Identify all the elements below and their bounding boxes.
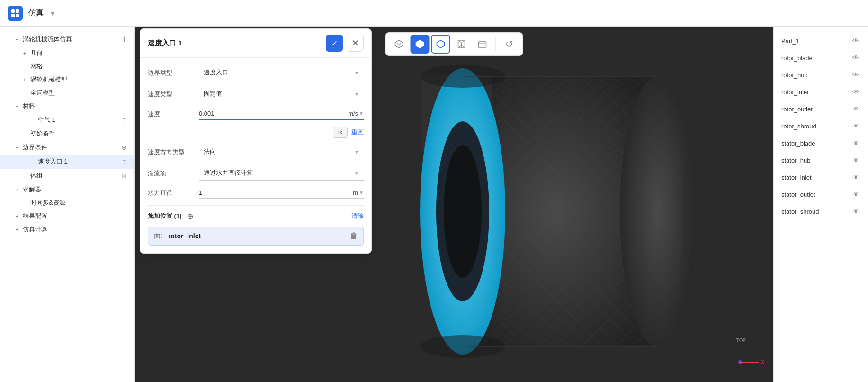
sidebar-item-time-resources[interactable]: 时间步&资源	[0, 196, 134, 209]
visibility-icon[interactable]: 👁	[851, 36, 860, 45]
svg-point-20	[620, 76, 696, 346]
visibility-icon[interactable]: 👁	[851, 190, 860, 199]
sidebar-label: 涡轮机械流体仿真	[23, 35, 119, 44]
panel-title: 速度入口 1	[148, 39, 322, 48]
parts-item-stator-blade[interactable]: stator_blade 👁	[774, 135, 868, 152]
velocity-type-select[interactable]: 固定值 ▼	[199, 87, 364, 101]
location-clear-button[interactable]: 清除	[351, 212, 364, 220]
top-bar: 仿真 ▼	[0, 0, 868, 27]
parts-name: rotor_inlet	[781, 89, 847, 96]
sidebar-item-solver[interactable]: + 求解器	[0, 183, 134, 196]
add-icon[interactable]: ⊕	[119, 171, 129, 181]
parts-item-rotor-blade[interactable]: rotor_blade 👁	[774, 49, 868, 66]
panel-confirm-button[interactable]: ✓	[326, 35, 343, 52]
visibility-icon[interactable]: 👁	[851, 173, 860, 182]
parts-item-stator-outlet[interactable]: stator_outlet 👁	[774, 186, 868, 203]
velocity-type-control: 固定值 ▼	[199, 87, 364, 101]
location-name: rotor_inlet	[168, 232, 201, 240]
main-layout: − 涡轮机械流体仿真 ℹ + 几何 网格 + 涡轮机械模型 全局模型 − 材料 …	[0, 27, 868, 382]
menu-icon[interactable]: ≡	[119, 157, 129, 166]
sidebar-label: 仿真计算	[23, 225, 129, 234]
boundary-type-value: 速度入口	[204, 68, 228, 77]
blue-ring	[420, 68, 505, 355]
turbulence-control: 通过水力直径计算 ▼	[199, 166, 364, 181]
reset-button[interactable]: 重置	[351, 128, 364, 136]
expand-icon: −	[13, 144, 21, 151]
sidebar-item-turbomachinery-model[interactable]: + 涡轮机械模型	[0, 73, 134, 86]
expand-icon	[21, 63, 28, 70]
sidebar-item-result-config[interactable]: + 结果配置	[0, 209, 134, 223]
sidebar-label: 速度入口 1	[38, 157, 119, 166]
sidebar-item-initial-conditions[interactable]: 初始条件	[0, 127, 134, 140]
menu-icon[interactable]: ≡	[119, 115, 129, 125]
floating-panel: 速度入口 1 ✓ ✕ 边界类型 速度入口 ▼ 速度类型 固定值 ▼	[140, 28, 372, 254]
visibility-icon[interactable]: 👁	[851, 121, 860, 131]
unit-chevron-icon[interactable]: ▼	[359, 190, 364, 195]
parts-name: stator_shroud	[781, 208, 847, 215]
viewport-3d-model	[383, 50, 738, 373]
svg-rect-5	[479, 42, 486, 47]
panel-close-button[interactable]: ✕	[347, 35, 364, 52]
sidebar-item-mesh[interactable]: 网格	[0, 60, 134, 73]
chevron-down-icon: ▼	[354, 91, 359, 97]
visibility-icon[interactable]: 👁	[851, 87, 860, 97]
sidebar-label: 时间步&资源	[30, 199, 129, 207]
boundary-type-select[interactable]: 速度入口 ▼	[199, 65, 364, 80]
visibility-icon[interactable]: 👁	[851, 207, 860, 216]
parts-item-rotor-outlet[interactable]: rotor_outlet 👁	[774, 100, 868, 118]
location-add-button[interactable]: ⊕	[186, 211, 195, 221]
sidebar-item-global-model[interactable]: 全局模型	[0, 86, 134, 100]
sidebar-item-materials[interactable]: − 材料	[0, 100, 134, 113]
add-icon[interactable]: ⊕	[119, 143, 129, 152]
hydraulic-diameter-input[interactable]	[199, 187, 351, 198]
sidebar-item-velocity-inlet1[interactable]: 速度入口 1 ≡	[0, 155, 134, 169]
visibility-icon[interactable]: 👁	[851, 53, 860, 63]
velocity-input[interactable]	[199, 108, 346, 119]
parts-name: rotor_hub	[781, 72, 847, 79]
boundary-type-label: 边界类型	[148, 69, 195, 77]
parts-name: stator_outlet	[781, 191, 847, 198]
info-icon[interactable]: ℹ	[119, 35, 129, 44]
sidebar-label: 材料	[23, 102, 129, 110]
velocity-input-wrapper: m/s ▼	[199, 108, 364, 120]
panel-divider	[148, 205, 364, 206]
app-title: 仿真	[28, 8, 44, 18]
location-item-rotor-inlet[interactable]: 面: rotor_inlet 🗑	[148, 227, 364, 246]
velocity-type-value: 固定值	[204, 90, 222, 98]
hydraulic-diameter-row: 水力直径 m ▼	[148, 187, 364, 199]
fx-button[interactable]: fx	[333, 127, 348, 138]
visibility-icon[interactable]: 👁	[851, 70, 860, 80]
parts-item-stator-inlet[interactable]: stator_inlet 👁	[774, 169, 868, 186]
sidebar-item-sim-calculation[interactable]: + 仿真计算	[0, 223, 134, 236]
delete-icon[interactable]: 🗑	[350, 232, 358, 240]
visibility-icon[interactable]: 👁	[851, 104, 860, 114]
parts-item-part1[interactable]: Part_1 👁	[774, 32, 868, 49]
parts-item-rotor-hub[interactable]: rotor_hub 👁	[774, 66, 868, 83]
panel-header: 速度入口 1 ✓ ✕	[140, 29, 371, 58]
hydraulic-diameter-input-wrapper: m ▼	[199, 187, 364, 199]
expand-icon: +	[13, 186, 21, 193]
sidebar-label: 结果配置	[23, 212, 129, 220]
chevron-down-icon: ▼	[354, 149, 359, 155]
app-menu-chevron[interactable]: ▼	[49, 9, 56, 17]
sidebar-item-body-group[interactable]: 体组 ⊕	[0, 169, 134, 183]
sidebar-item-geometry[interactable]: + 几何	[0, 46, 134, 60]
parts-item-stator-hub[interactable]: stator_hub 👁	[774, 152, 868, 169]
svg-rect-2	[11, 14, 15, 17]
velocity-direction-select[interactable]: 法向 ▼	[199, 145, 364, 159]
boundary-type-control: 速度入口 ▼	[199, 65, 364, 80]
velocity-direction-control: 法向 ▼	[199, 145, 364, 159]
sidebar-item-boundary-conditions[interactable]: − 边界条件 ⊕	[0, 140, 134, 155]
unit-chevron-icon[interactable]: ▼	[359, 111, 364, 116]
sidebar-item-air1[interactable]: 空气 1 ≡	[0, 113, 134, 127]
visibility-icon[interactable]: 👁	[851, 155, 860, 165]
sidebar-item-turbomachinery[interactable]: − 涡轮机械流体仿真 ℹ	[0, 32, 134, 46]
parts-item-stator-shroud[interactable]: stator_shroud 👁	[774, 203, 868, 220]
chevron-down-icon: ▼	[354, 171, 359, 176]
parts-item-rotor-shroud[interactable]: rotor_shroud 👁	[774, 118, 868, 135]
visibility-icon[interactable]: 👁	[851, 138, 860, 148]
parts-item-rotor-inlet[interactable]: rotor_inlet 👁	[774, 83, 868, 100]
svg-rect-3	[16, 14, 19, 17]
turbulence-select[interactable]: 通过水力直径计算 ▼	[199, 166, 364, 181]
sidebar-label: 体组	[30, 172, 119, 180]
